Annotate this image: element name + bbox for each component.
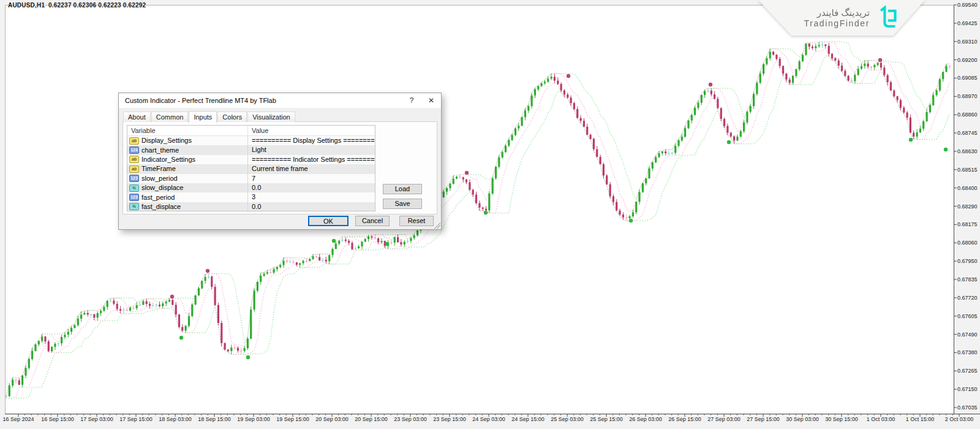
cancel-button[interactable]: Cancel: [355, 216, 390, 226]
price-tick-label: 0.67035: [957, 404, 978, 411]
price-tick-label: 0.68400: [957, 185, 978, 191]
param-type-half-icon: ½: [129, 184, 139, 192]
param-value[interactable]: Current time frame: [247, 164, 375, 173]
price-tick-label: 0.68175: [957, 221, 978, 227]
param-value[interactable]: 3: [247, 192, 375, 202]
sell-signal-dot: [465, 171, 469, 175]
time-tick-label: 19 Sep 03:00: [232, 416, 276, 422]
price-tick-label: 0.67490: [957, 332, 978, 338]
tab-inputs[interactable]: Inputs: [189, 111, 217, 123]
save-button[interactable]: Save: [383, 199, 422, 209]
time-tick-label: 2 Oct 03:00: [937, 416, 980, 422]
param-row-TimeFrame[interactable]: abTimeFrameCurrent time frame: [127, 164, 375, 173]
price-tick-label: 0.68860: [957, 112, 978, 118]
time-tick-label: 1 Oct 15:00: [898, 416, 942, 422]
time-tick-label: 30 Sep 15:00: [820, 416, 864, 422]
buy-signal-dot: [246, 355, 250, 359]
symbol-quote-line: AUDUSD,H1 0.62237 0.62306 0.62223 0.6229…: [8, 2, 146, 9]
buy-signal-dot: [629, 219, 633, 222]
load-button[interactable]: Load: [383, 184, 422, 194]
param-name: slow_period: [141, 174, 178, 183]
buy-signal-dot: [944, 148, 948, 151]
buy-signal-dot: [727, 140, 731, 144]
buy-signal-dot: [385, 242, 389, 246]
brand-text: تریدینگ فایندر TradingFinder: [804, 7, 870, 28]
time-tick-label: 27 Sep 15:00: [741, 416, 785, 422]
time-tick-label: 24 Sep 15:00: [506, 416, 550, 422]
param-value[interactable]: 0.0: [247, 183, 375, 192]
parameters-table-header: Variable Value: [127, 126, 375, 136]
dialog-tab-strip: AboutCommonInputsColorsVisualization: [123, 112, 296, 122]
price-tick-label: 0.67605: [957, 313, 978, 319]
tab-colors[interactable]: Colors: [217, 112, 247, 122]
price-tick-label: 0.67950: [957, 258, 978, 264]
time-tick-label: 19 Sep 15:00: [271, 416, 315, 422]
time-tick-label: 25 Sep 15:00: [584, 416, 628, 422]
time-tick-label: 16 Sep 15:00: [36, 416, 80, 422]
resize-grip[interactable]: [434, 222, 440, 229]
price-tick-label: 0.69200: [957, 57, 978, 63]
param-name: fast_period: [141, 193, 175, 202]
param-value[interactable]: ========== Indicator Settings ==========: [247, 155, 375, 164]
brand-banner: تریدینگ فایندر TradingFinder: [758, 0, 925, 36]
column-value: Value: [247, 126, 375, 135]
time-tick-label: 16 Sep 2024: [0, 416, 40, 422]
price-tick-label: 0.68290: [957, 203, 978, 210]
price-tick-label: 0.68970: [957, 93, 978, 99]
price-tick-label: 0.69085: [957, 75, 978, 81]
param-type-ab-icon: ab: [129, 137, 139, 145]
time-tick-label: 17 Sep 15:00: [114, 416, 158, 422]
brand-name-farsi: تریدینگ فایندر: [804, 7, 870, 18]
tab-visualization[interactable]: Visualization: [247, 112, 295, 122]
time-tick-label: 26 Sep 15:00: [663, 416, 707, 422]
param-value[interactable]: 0.0: [247, 202, 375, 211]
dialog-title: Custom Indicator - Perfect Trendline MT4…: [119, 97, 402, 104]
param-row-Display_Settings[interactable]: abDisplay_Settings========== Display Set…: [127, 136, 375, 145]
time-tick-label: 20 Sep 03:00: [310, 416, 354, 422]
price-tick-label: 0.67265: [957, 368, 978, 374]
buy-signal-dot: [484, 211, 488, 214]
param-value[interactable]: Light: [247, 145, 375, 154]
price-tick-label: 0.67835: [957, 276, 978, 283]
price-tick-label: 0.67720: [957, 295, 978, 301]
param-name: TimeFrame: [141, 164, 176, 173]
param-row-chart_theme[interactable]: 123chart_themeLight: [127, 145, 375, 154]
price-tick-label: 0.67380: [957, 349, 978, 355]
param-type-123-icon: 123: [129, 175, 139, 182]
close-icon[interactable]: ✕: [421, 93, 441, 108]
dialog-titlebar[interactable]: Custom Indicator - Perfect Trendline MT4…: [119, 93, 441, 108]
help-button[interactable]: ?: [402, 93, 421, 108]
time-tick-label: 18 Sep 15:00: [192, 416, 236, 422]
column-variable: Variable: [127, 126, 247, 135]
brand-name-english: TradingFinder: [804, 18, 870, 28]
time-tick-label: 25 Sep 03:00: [545, 416, 589, 422]
price-tick-label: 0.67150: [957, 386, 978, 392]
param-type-half-icon: ½: [129, 203, 139, 210]
price-tick-label: 0.68630: [957, 148, 978, 154]
time-tick-label: 17 Sep 03:00: [75, 416, 119, 422]
param-row-fast_displace[interactable]: ½fast_displace0.0: [127, 202, 375, 211]
param-name: chart_theme: [141, 146, 179, 155]
param-type-123-icon: 123: [129, 194, 139, 201]
time-tick-label: 23 Sep 03:00: [388, 416, 432, 422]
param-row-Indicator_Settings[interactable]: abIndicator_Settings========== Indicator…: [127, 155, 375, 164]
price-tick-label: 0.68745: [957, 130, 978, 136]
tab-common[interactable]: Common: [151, 112, 189, 122]
param-type-123-icon: 123: [129, 146, 139, 154]
ok-button[interactable]: OK: [308, 216, 349, 226]
reset-button[interactable]: Reset: [399, 216, 434, 226]
param-row-slow_period[interactable]: 123slow_period7: [127, 174, 375, 183]
param-value[interactable]: ========== Display Settings ==========: [247, 136, 375, 145]
sell-signal-dot: [567, 74, 570, 78]
param-row-slow_displace[interactable]: ½slow_displace0.0: [127, 183, 375, 192]
param-value[interactable]: 7: [247, 174, 375, 183]
buy-signal-dot: [332, 239, 336, 243]
price-tick-label: 0.68515: [957, 167, 978, 173]
param-row-fast_period[interactable]: 123fast_period3: [127, 192, 375, 202]
time-tick-label: 20 Sep 15:00: [349, 416, 393, 422]
time-tick-label: 24 Sep 03:00: [467, 416, 511, 422]
tab-about[interactable]: About: [123, 112, 151, 122]
time-tick-label: 30 Sep 03:00: [780, 416, 824, 422]
inputs-tab-page: Variable Value abDisplay_Settings=======…: [123, 121, 437, 214]
price-tick-label: 0.68060: [957, 240, 978, 246]
